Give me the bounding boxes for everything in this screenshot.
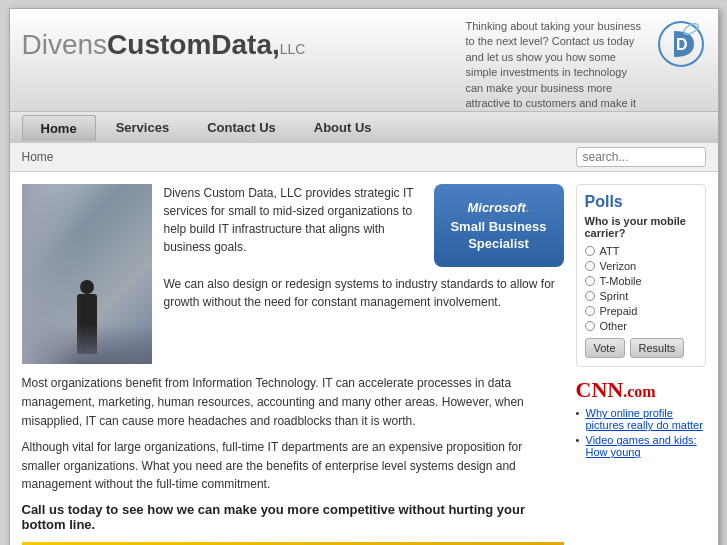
para4: Although vital for large organizations, …	[22, 438, 564, 494]
radio-tmobile[interactable]	[585, 276, 595, 286]
hero-image	[22, 184, 152, 364]
nav-bar: Home Services Contact Us About Us	[10, 111, 718, 143]
polls-title: Polls	[585, 193, 697, 211]
cta-line: Call us today to see how we can make you…	[22, 502, 564, 532]
content-top: Divens Custom Data, LLC provides strateg…	[22, 184, 564, 364]
cnn-logo: CNN.com	[576, 377, 706, 403]
label-verizon: Verizon	[600, 260, 637, 272]
nav-contact[interactable]: Contact Us	[189, 115, 294, 140]
polls-box: Polls Who is your mobile carrier? ATT Ve…	[576, 184, 706, 367]
ms-badge: Microsoft. Small Business Specialist	[434, 184, 564, 267]
logo-customdata: CustomData,	[107, 29, 280, 60]
d-logo-graphic: D	[656, 19, 706, 69]
poll-option-other[interactable]: Other	[585, 320, 697, 332]
nav-services[interactable]: Services	[98, 115, 188, 140]
cnn-logo-text: CNN.com	[576, 377, 656, 402]
main-content: Divens Custom Data, LLC provides strateg…	[10, 172, 718, 545]
label-att: ATT	[600, 245, 620, 257]
radio-verizon[interactable]	[585, 261, 595, 271]
poll-buttons: Vote Results	[585, 338, 697, 358]
label-other: Other	[600, 320, 628, 332]
cnn-box: CNN.com Why online profile pictures real…	[576, 377, 706, 458]
nav-home[interactable]: Home	[22, 115, 96, 141]
para2: We can also design or redesign systems t…	[164, 275, 564, 311]
label-prepaid: Prepaid	[600, 305, 638, 317]
results-button[interactable]: Results	[630, 338, 685, 358]
tagline-text: Thinking about taking your business to t…	[466, 19, 648, 111]
poll-option-prepaid[interactable]: Prepaid	[585, 305, 697, 317]
radio-att[interactable]	[585, 246, 595, 256]
svg-text:D: D	[676, 36, 688, 53]
radio-other[interactable]	[585, 321, 595, 331]
content-body: Most organizations benefit from Informat…	[22, 374, 564, 494]
breadcrumb: Home	[22, 150, 54, 164]
poll-option-verizon[interactable]: Verizon	[585, 260, 697, 272]
para1: Divens Custom Data, LLC provides strateg…	[164, 184, 424, 256]
para3: Most organizations benefit from Informat…	[22, 374, 564, 430]
header-tagline: Thinking about taking your business to t…	[466, 19, 706, 111]
cnn-link-2[interactable]: Video games and kids: How young	[576, 434, 706, 458]
header-right: Thinking about taking your business to t…	[466, 19, 706, 111]
cnn-link-1[interactable]: Why online profile pictures really do ma…	[576, 407, 706, 431]
poll-option-att[interactable]: ATT	[585, 245, 697, 257]
ms-logo: Microsoft.	[467, 198, 529, 215]
nav-about[interactable]: About Us	[296, 115, 390, 140]
logo-divens: Divens	[22, 29, 108, 60]
intro-text: Divens Custom Data, LLC provides strateg…	[164, 184, 424, 267]
header: DivensCustomData,LLC Thinking about taki…	[10, 9, 718, 111]
svg-point-2	[682, 22, 700, 37]
poll-option-tmobile[interactable]: T-Mobile	[585, 275, 697, 287]
poll-option-sprint[interactable]: Sprint	[585, 290, 697, 302]
logo: DivensCustomData,LLC	[22, 29, 306, 61]
polls-question: Who is your mobile carrier?	[585, 215, 697, 239]
radio-prepaid[interactable]	[585, 306, 595, 316]
figure-head	[80, 280, 94, 294]
radio-sprint[interactable]	[585, 291, 595, 301]
search-input[interactable]	[576, 147, 706, 167]
ms-logo-text: Microsoft.	[467, 200, 529, 215]
vote-button[interactable]: Vote	[585, 338, 625, 358]
sidebar: Polls Who is your mobile carrier? ATT Ve…	[576, 184, 706, 545]
content-area: Divens Custom Data, LLC provides strateg…	[22, 184, 564, 545]
label-sprint: Sprint	[600, 290, 629, 302]
ms-title: Small Business Specialist	[450, 219, 548, 253]
breadcrumb-bar: Home	[10, 143, 718, 172]
logo-llc: LLC	[280, 41, 306, 57]
label-tmobile: T-Mobile	[600, 275, 642, 287]
